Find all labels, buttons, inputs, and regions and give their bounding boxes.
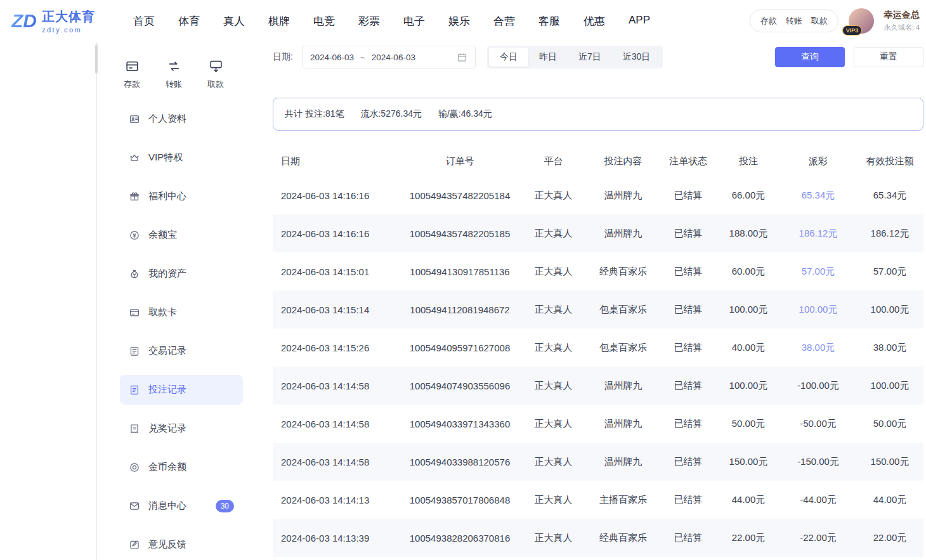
date-range-input[interactable]: 2024-06-03 ~ 2024-06-03 — [302, 46, 476, 68]
search-button[interactable]: 查询 — [775, 47, 845, 67]
header-quick-3[interactable]: 取款 — [811, 15, 828, 27]
header-quick-1[interactable]: 存款 — [760, 15, 777, 27]
sidebar-item[interactable]: 福利中心 — [120, 181, 243, 211]
cell-date: 2024-06-03 14:15:01 — [273, 266, 400, 277]
sidebar-item-label: 投注记录 — [148, 384, 186, 396]
cell-valid: 38.00元 — [856, 342, 923, 354]
sidebar-item[interactable]: 意见反馈 — [120, 530, 243, 559]
calendar-icon[interactable] — [457, 52, 467, 63]
cell-bet: 40.00元 — [717, 342, 780, 354]
brand-text: 正大体育 zdty.com — [42, 8, 95, 34]
cell-order: 1005494074903556096 — [400, 381, 520, 391]
cell-order: 1005494095971627008 — [400, 342, 520, 353]
permanent-domain: 永久域名: 4 — [884, 23, 920, 32]
nav-item-1[interactable]: 首页 — [133, 14, 155, 29]
range-tab-2[interactable]: 昨日 — [528, 48, 568, 67]
cell-payout: -22.00元 — [780, 532, 856, 544]
vip-badge: VIP3 — [842, 25, 863, 36]
sidebar-item[interactable]: 金币余额 — [120, 452, 243, 482]
column-header: 派彩 — [780, 155, 856, 167]
cell-status: 已结算 — [660, 342, 717, 354]
quick-range-group: 今日昨日近7日近30日 — [487, 46, 663, 68]
cell-status: 已结算 — [660, 304, 717, 316]
cell-valid: 57.00元 — [856, 266, 923, 278]
sidebar-item[interactable]: VIP特权 — [120, 143, 243, 173]
cell-valid: 100.00元 — [856, 304, 923, 316]
sidebar-item-label: 我的资产 — [148, 268, 186, 280]
nav-item-4[interactable]: 棋牌 — [268, 14, 290, 29]
cell-valid: 65.34元 — [856, 190, 923, 202]
table-row: 2024-06-03 14:14:131005493857017806848正大… — [273, 481, 923, 519]
nav-item-6[interactable]: 彩票 — [358, 14, 380, 29]
nav-item-2[interactable]: 体育 — [178, 14, 200, 29]
avatar[interactable]: VIP3 — [849, 8, 874, 34]
sidebar-item[interactable]: 余额宝 — [120, 220, 243, 250]
sidebar-item[interactable]: 个人资料 — [120, 104, 243, 134]
range-tab-1[interactable]: 今日 — [489, 48, 528, 67]
sidebar-item[interactable]: 取款卡 — [120, 297, 243, 327]
sidebar-quick-label: 取款 — [207, 79, 224, 90]
cell-platform: 正大真人 — [520, 228, 587, 240]
filter-bar: 日期: 2024-06-03 ~ 2024-06-03 今日昨日近7日近30日 … — [273, 44, 923, 70]
cell-platform: 正大真人 — [520, 304, 587, 316]
sidebar-item-label: 意见反馈 — [148, 538, 186, 550]
nav-item-9[interactable]: 合营 — [493, 14, 515, 29]
header-quick-2[interactable]: 转账 — [786, 15, 802, 27]
cell-status: 已结算 — [660, 190, 717, 202]
sidebar-item[interactable]: 我的资产 — [120, 259, 243, 289]
cell-status: 已结算 — [660, 532, 717, 544]
sidebar-item[interactable]: 投注记录 — [120, 375, 243, 405]
sidebar-item-label: 兑奖记录 — [148, 422, 186, 434]
cell-bet: 50.00元 — [717, 418, 780, 430]
cell-valid: 186.12元 — [856, 228, 923, 240]
user-meta: 幸运金总 永久域名: 4 — [884, 10, 920, 32]
date-from: 2024-06-03 — [310, 53, 354, 62]
cell-status: 已结算 — [660, 228, 717, 240]
header: ZD 正大体育 zdty.com 首页体育真人棋牌电竞彩票电子娱乐合营客服优惠A… — [0, 0, 926, 42]
table-row: 2024-06-03 14:13:391005493828206370816正大… — [273, 519, 923, 557]
header-right: 存款转账取款 VIP3 幸运金总 永久域名: 4 — [750, 8, 926, 34]
cell-valid: 44.00元 — [856, 494, 923, 506]
range-tab-4[interactable]: 近30日 — [612, 48, 662, 67]
table-row: 2024-06-03 14:15:011005494130917851136正大… — [273, 252, 923, 290]
nav-item-7[interactable]: 电子 — [403, 14, 425, 29]
sidebar-quick-transfer[interactable]: 转账 — [166, 58, 182, 90]
cell-date: 2024-06-03 14:16:16 — [273, 228, 400, 239]
cell-order: 1005494357482205184 — [400, 190, 520, 201]
table-header: 日期订单号平台投注内容注单状态投注派彩有效投注额 — [273, 146, 923, 176]
sidebar-item[interactable]: 交易记录 — [120, 336, 243, 366]
profile-icon — [129, 114, 140, 125]
summary-turnover: 流水:5276.34元 — [360, 108, 422, 120]
brand-domain: zdty.com — [42, 26, 95, 34]
cell-platform: 正大真人 — [520, 532, 587, 544]
cell-content: 温州牌九 — [587, 228, 660, 240]
nav-item-8[interactable]: 娱乐 — [448, 14, 470, 29]
nav-item-11[interactable]: 优惠 — [584, 14, 605, 29]
cell-platform: 正大真人 — [520, 418, 587, 430]
cell-content: 主播百家乐 — [587, 494, 660, 506]
deposit-icon — [124, 58, 140, 74]
nav-item-12[interactable]: APP — [629, 14, 650, 29]
column-header: 平台 — [520, 155, 587, 167]
sidebar-quick-withdraw[interactable]: 取款 — [207, 58, 224, 90]
table-row: 2024-06-03 14:14:581005494033971343360正大… — [273, 405, 923, 443]
nav-item-10[interactable]: 客服 — [538, 14, 560, 29]
summary-total: 共计投注:81笔 — [285, 108, 344, 120]
cell-order: 1005494033971343360 — [400, 419, 520, 429]
range-tab-3[interactable]: 近7日 — [568, 48, 612, 67]
reset-button[interactable]: 重置 — [854, 47, 923, 67]
sidebar-item-label: 金币余额 — [148, 461, 186, 473]
date-label: 日期: — [273, 51, 293, 63]
nav-item-3[interactable]: 真人 — [223, 14, 245, 29]
cell-bet: 60.00元 — [717, 266, 780, 278]
brand-logo[interactable]: ZD 正大体育 zdty.com — [0, 8, 95, 34]
sidebar-item[interactable]: 兑奖记录 — [120, 413, 243, 443]
main-nav: 首页体育真人棋牌电竞彩票电子娱乐合营客服优惠APP — [133, 14, 650, 29]
cell-status: 已结算 — [660, 456, 717, 468]
sidebar-quick-deposit[interactable]: 存款 — [124, 58, 140, 90]
nav-item-5[interactable]: 电竞 — [313, 14, 335, 29]
cell-payout: -100.00元 — [780, 380, 856, 392]
sidebar-menu: 个人资料VIP特权福利中心余额宝我的资产取款卡交易记录投注记录兑奖记录金币余额消… — [120, 104, 243, 559]
cell-content: 包桌百家乐 — [587, 342, 660, 354]
sidebar-item[interactable]: 消息中心30 — [120, 491, 243, 521]
